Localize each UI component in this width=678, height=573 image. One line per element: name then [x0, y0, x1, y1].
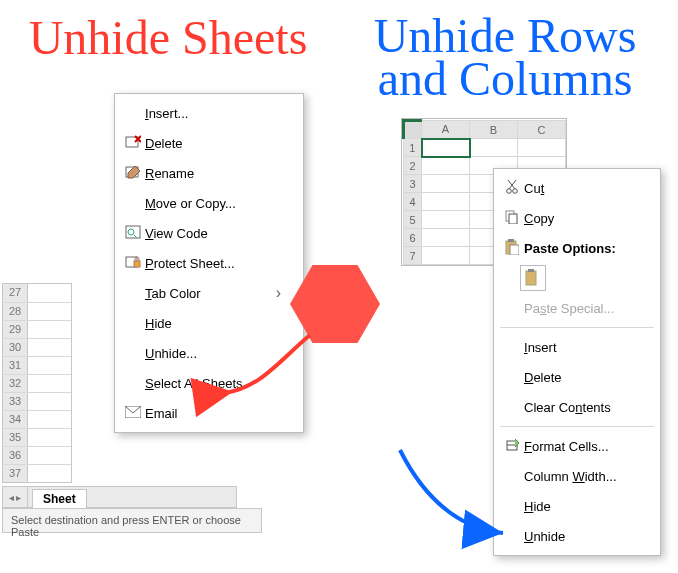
sheet-menu-unhide[interactable]: Unhide...	[115, 338, 303, 368]
del-icon	[121, 134, 145, 153]
cell[interactable]	[28, 429, 71, 446]
sheet-tab-context-menu: Insert...DeleteRenameMove or Copy...View…	[114, 93, 304, 433]
col-menu-unhide[interactable]: Unhide	[494, 521, 660, 551]
cell[interactable]	[28, 447, 71, 464]
row-header[interactable]: 5	[404, 211, 422, 229]
svg-line-13	[509, 180, 516, 189]
cell[interactable]	[28, 321, 71, 338]
cell[interactable]	[422, 193, 470, 211]
row-header[interactable]: 28	[3, 303, 28, 320]
cell[interactable]	[28, 303, 71, 320]
menu-item-label: Unhide	[524, 529, 638, 544]
menu-item-label: Copy	[524, 211, 638, 226]
cell[interactable]	[28, 339, 71, 356]
col-menu-clear-contents[interactable]: Clear Contents	[494, 392, 660, 422]
menu-item-label: Cut	[524, 181, 638, 196]
col-menu-paste-special: Paste Special...	[494, 293, 660, 323]
menu-item-label: Clear Contents	[524, 400, 638, 415]
row-header[interactable]: 7	[404, 247, 422, 265]
cell[interactable]	[422, 175, 470, 193]
cell[interactable]	[28, 465, 71, 482]
title-unhide-sheets: Unhide Sheets	[8, 16, 328, 59]
row-header[interactable]: 6	[404, 229, 422, 247]
col-menu-cut[interactable]: Cut	[494, 173, 660, 203]
sheet-nav-next-icon[interactable]: ▸	[16, 492, 21, 503]
cell[interactable]	[470, 139, 518, 157]
col-menu-format-cells[interactable]: Format Cells...	[494, 431, 660, 461]
col-header[interactable]: A	[422, 121, 470, 139]
menu-item-label: Delete	[145, 136, 281, 151]
cut-icon	[500, 180, 524, 197]
row-column-context-menu: CutCopyPaste Options:Paste Special...Ins…	[493, 168, 661, 556]
menu-item-label: Move or Copy...	[145, 196, 281, 211]
mail-icon	[121, 405, 145, 421]
col-menu-hide[interactable]: Hide	[494, 491, 660, 521]
col-menu-paste-options[interactable]: Paste Options:	[494, 233, 660, 263]
cell[interactable]	[28, 375, 71, 392]
row-header[interactable]: 2	[404, 157, 422, 175]
cell[interactable]	[422, 247, 470, 265]
row-header[interactable]: 36	[3, 447, 28, 464]
menu-item-label: Rename	[145, 166, 281, 181]
sheet-menu-delete[interactable]: Delete	[115, 128, 303, 158]
menu-item-label: Column Width...	[524, 469, 638, 484]
col-header[interactable]: B	[470, 121, 518, 139]
sheet-menu-email[interactable]: Email	[115, 398, 303, 428]
cell[interactable]	[518, 139, 566, 157]
col-menu-copy[interactable]: Copy	[494, 203, 660, 233]
col-header[interactable]: C	[518, 121, 566, 139]
cell[interactable]	[28, 411, 71, 428]
sheet-tab[interactable]: Sheet	[32, 489, 87, 508]
paste-icon	[500, 239, 524, 258]
sheet-menu-rename[interactable]: Rename	[115, 158, 303, 188]
row-header[interactable]: 34	[3, 411, 28, 428]
row-header[interactable]: 3	[404, 175, 422, 193]
row-header[interactable]: 4	[404, 193, 422, 211]
row-header[interactable]: 33	[3, 393, 28, 410]
sheet-menu-insert[interactable]: Insert...	[115, 98, 303, 128]
svg-rect-17	[508, 239, 514, 242]
title-unhide-rows-columns: Unhide Rows and Columns	[340, 14, 670, 100]
sheet-menu-hide[interactable]: Hide	[115, 308, 303, 338]
cell[interactable]	[422, 229, 470, 247]
menu-item-label: Paste Options:	[524, 241, 638, 256]
row-header[interactable]: 37	[3, 465, 28, 482]
status-bar: Select destination and press ENTER or ch…	[2, 508, 262, 533]
cell[interactable]	[28, 284, 71, 302]
sheet-nav-prev-icon[interactable]: ◂	[9, 492, 14, 503]
menu-item-label: Hide	[145, 316, 281, 331]
sheet-nav-buttons[interactable]: ◂ ▸	[3, 487, 28, 507]
sheet-menu-move-or-copy[interactable]: Move or Copy...	[115, 188, 303, 218]
sheet-menu-tab-color[interactable]: Tab Color›	[115, 278, 303, 308]
sheet-menu-select-all-sheets[interactable]: Select All Sheets	[115, 368, 303, 398]
row-header[interactable]: 35	[3, 429, 28, 446]
row-header[interactable]: 1	[404, 139, 422, 157]
col-menu-insert[interactable]: Insert	[494, 332, 660, 362]
cell[interactable]	[422, 139, 470, 157]
sheet-menu-view-code[interactable]: View Code	[115, 218, 303, 248]
svg-rect-18	[510, 245, 519, 255]
cell[interactable]	[422, 211, 470, 229]
prot-icon	[121, 254, 145, 273]
menu-item-label: Unhide...	[145, 346, 281, 361]
left-sheet-grid: 2728293031323334353637	[2, 283, 72, 483]
cell[interactable]	[28, 393, 71, 410]
col-menu-column-width[interactable]: Column Width...	[494, 461, 660, 491]
select-all-corner[interactable]	[404, 121, 422, 139]
col-menu-delete[interactable]: Delete	[494, 362, 660, 392]
row-header[interactable]: 31	[3, 357, 28, 374]
paste-option-button[interactable]	[520, 265, 546, 291]
row-header[interactable]: 30	[3, 339, 28, 356]
cell[interactable]	[422, 157, 470, 175]
svg-rect-20	[528, 269, 534, 272]
row-header[interactable]: 29	[3, 321, 28, 338]
svg-rect-8	[134, 261, 140, 267]
sheet-menu-protect-sheet[interactable]: Protect Sheet...	[115, 248, 303, 278]
cell[interactable]	[28, 357, 71, 374]
submenu-arrow-icon: ›	[276, 284, 281, 302]
title-right-line1: Unhide Rows	[374, 9, 637, 62]
svg-line-12	[508, 180, 515, 189]
menu-item-label: Hide	[524, 499, 638, 514]
row-header[interactable]: 32	[3, 375, 28, 392]
row-header[interactable]: 27	[3, 284, 28, 302]
